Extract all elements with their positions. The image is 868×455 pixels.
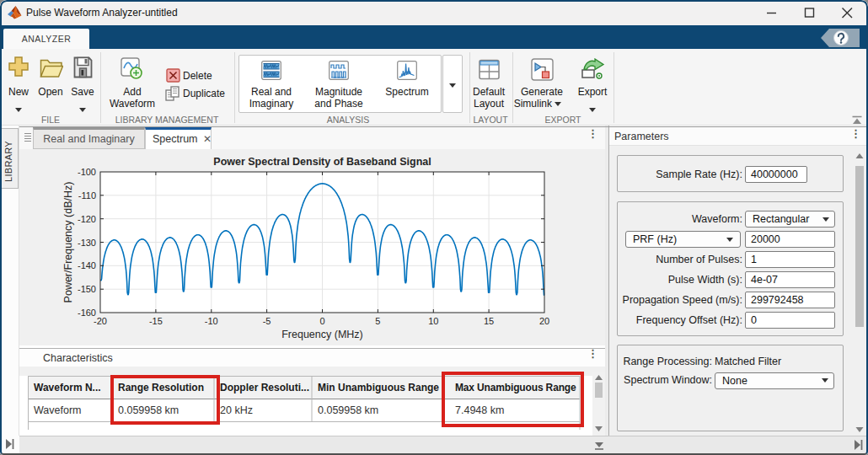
- svg-text:20: 20: [539, 316, 549, 326]
- svg-text:-110: -110: [78, 190, 96, 201]
- svg-text:Frequency (MHz): Frequency (MHz): [281, 329, 363, 340]
- svg-text:Waveform: Waveform: [34, 404, 82, 416]
- svg-text:-130: -130: [78, 238, 96, 248]
- svg-text:-150: -150: [78, 284, 96, 294]
- svg-text:-140: -140: [78, 260, 96, 270]
- svg-text:-5: -5: [263, 316, 271, 326]
- svg-text:5: 5: [375, 316, 380, 326]
- svg-text:-10: -10: [205, 316, 218, 326]
- svg-text:15: 15: [484, 316, 494, 326]
- svg-text:0.059958 km: 0.059958 km: [318, 404, 378, 416]
- svg-text:Doppler Resoluti...: Doppler Resoluti...: [220, 382, 309, 393]
- svg-text:-100: -100: [78, 167, 96, 177]
- svg-text:Waveform N...: Waveform N...: [34, 382, 101, 393]
- svg-text:-160: -160: [78, 308, 96, 318]
- svg-text:0: 0: [319, 316, 324, 326]
- svg-text:Power Spectral Density of Base: Power Spectral Density of Baseband Signa…: [213, 156, 431, 168]
- svg-text:-120: -120: [78, 214, 96, 224]
- svg-text:Power/Frequency (dB/Hz): Power/Frequency (dB/Hz): [62, 182, 74, 303]
- svg-text:10: 10: [428, 316, 438, 326]
- svg-text:Min Unambiguous Range: Min Unambiguous Range: [318, 382, 439, 393]
- svg-text:20 kHz: 20 kHz: [220, 404, 253, 416]
- svg-text:-15: -15: [149, 316, 163, 326]
